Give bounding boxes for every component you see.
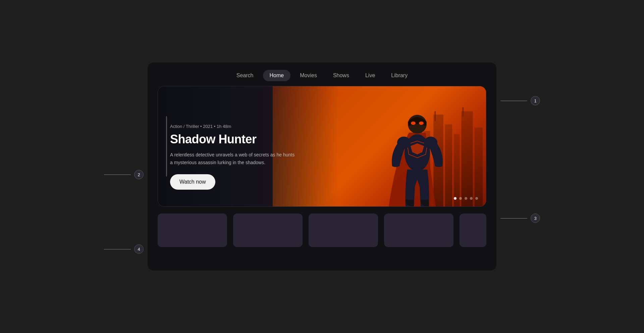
app-frame: Search Home Movies Shows Live Library xyxy=(148,62,496,271)
watch-now-button[interactable]: Watch now xyxy=(170,174,215,190)
hero-accent-bar xyxy=(166,116,167,177)
callout-1-badge: 1 xyxy=(531,96,540,105)
hero-pagination-dots xyxy=(454,197,478,200)
nav-item-movies[interactable]: Movies xyxy=(293,70,324,81)
callout-2-line xyxy=(104,175,131,175)
dot-5[interactable] xyxy=(475,197,478,200)
hero-meta: Action / Thriller • 2021 • 1h 48m xyxy=(170,124,298,129)
thumbnail-5[interactable] xyxy=(460,213,486,247)
nav-item-shows[interactable]: Shows xyxy=(326,70,356,81)
svg-rect-6 xyxy=(475,128,483,206)
callout-2: 2 xyxy=(104,170,144,179)
thumbnail-4[interactable] xyxy=(384,213,453,247)
nav-item-search[interactable]: Search xyxy=(230,70,260,81)
nav-item-live[interactable]: Live xyxy=(359,70,382,81)
thumbnail-2[interactable] xyxy=(233,213,303,247)
hero-description: A relentless detective unravels a web of… xyxy=(170,151,298,166)
hero-title: Shadow Hunter xyxy=(170,132,298,146)
thumbnails-row xyxy=(148,207,496,247)
svg-point-12 xyxy=(419,122,424,125)
dot-4[interactable] xyxy=(470,197,473,200)
dot-1[interactable] xyxy=(454,197,457,200)
callout-4: 4 xyxy=(104,244,144,254)
hero-container: Action / Thriller • 2021 • 1h 48m Shadow… xyxy=(158,86,486,207)
hero-character-svg xyxy=(375,92,469,206)
dot-3[interactable] xyxy=(465,197,467,200)
callout-3: 3 xyxy=(500,213,540,223)
callout-3-badge: 3 xyxy=(531,213,540,223)
nav-bar: Search Home Movies Shows Live Library xyxy=(148,62,496,86)
svg-point-11 xyxy=(411,122,416,125)
callout-4-line xyxy=(104,249,131,249)
hero-content: Action / Thriller • 2021 • 1h 48m Shadow… xyxy=(170,124,298,190)
callout-1-line xyxy=(500,101,527,101)
thumbnail-1[interactable] xyxy=(158,213,227,247)
callout-1: 1 xyxy=(500,96,540,105)
thumbnail-3[interactable] xyxy=(309,213,378,247)
callout-3-line xyxy=(500,218,527,219)
callout-4-badge: 4 xyxy=(134,244,144,254)
tv-screen: Search Home Movies Shows Live Library xyxy=(148,62,496,271)
hero-card: Action / Thriller • 2021 • 1h 48m Shadow… xyxy=(158,86,486,207)
nav-item-home[interactable]: Home xyxy=(263,70,291,81)
dot-2[interactable] xyxy=(459,197,462,200)
nav-item-library[interactable]: Library xyxy=(384,70,414,81)
callout-2-badge: 2 xyxy=(134,170,144,179)
